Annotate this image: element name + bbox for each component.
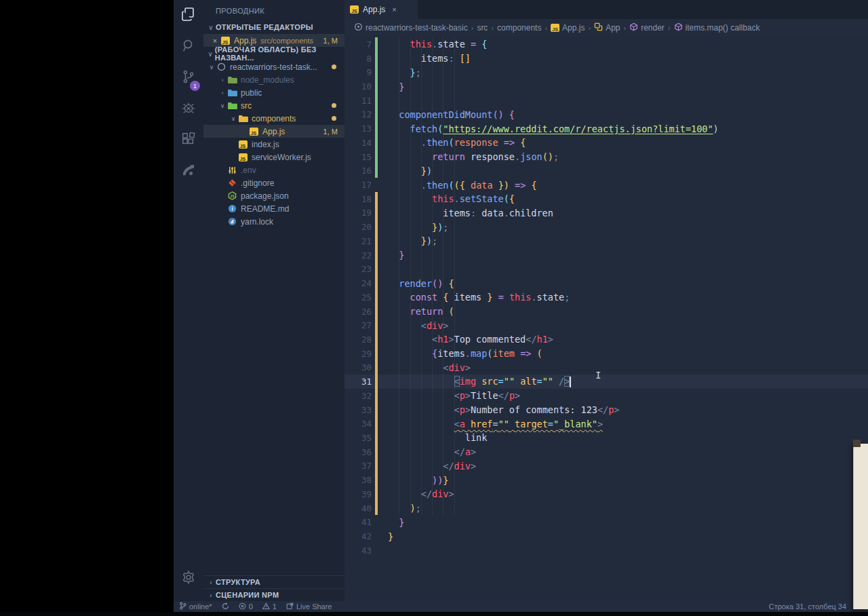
tree-item-serviceworker-js[interactable]: JSserviceWorker.js <box>203 151 344 163</box>
breadcrumb-label: reactwarriors-test-task-basic <box>366 23 468 33</box>
line-number: 7 <box>344 39 372 50</box>
code-line-26[interactable]: 26 return ( <box>344 305 868 319</box>
code-line-35[interactable]: 35 link <box>344 431 868 445</box>
line-number: 23 <box>344 264 372 274</box>
code-line-17[interactable]: 17 .then(({ data }) => { <box>344 178 868 192</box>
tree-item-package-json[interactable]: JSpackage.json <box>203 189 344 202</box>
statusbar-warning-icon[interactable]: 1 <box>262 602 277 611</box>
code-line-28[interactable]: 28 <h1>Top commented</h1> <box>344 332 868 347</box>
breadcrumb-item[interactable]: render <box>629 22 665 33</box>
activity-explorer-icon[interactable] <box>174 0 203 31</box>
code-line-39[interactable]: 39 </div> <box>344 487 868 501</box>
tab-appjs[interactable]: JS App.js × <box>344 0 418 19</box>
explorer-icon <box>180 6 197 25</box>
code-line-15[interactable]: 15 return response.json(); <box>344 150 868 164</box>
code-line-33[interactable]: 33 <p>Number of comments: 123</p> <box>344 403 868 417</box>
code-line-21[interactable]: 21 }); <box>344 234 868 248</box>
code-text: }); <box>378 222 448 233</box>
tree-item--gitignore[interactable]: .gitignore <box>203 176 344 189</box>
tree-item-yarn-lock[interactable]: yarn.lock <box>203 215 344 228</box>
code-line-40[interactable]: 40 ); <box>344 501 868 516</box>
breadcrumb-item[interactable]: components <box>497 23 541 33</box>
statusbar-branch-icon[interactable]: online* <box>179 602 212 611</box>
git-icon <box>226 178 237 188</box>
code-line-18[interactable]: 18 this.setState({ <box>344 192 868 206</box>
extensions-icon <box>181 132 196 149</box>
open-editors-header[interactable]: ∨ ОТКРЫТЫЕ РЕДАКТОРЫ <box>203 20 344 34</box>
activity-debug-icon[interactable] <box>174 94 203 125</box>
close-icon[interactable]: × <box>392 5 396 14</box>
statusbar-error-icon[interactable]: 0 <box>239 602 253 611</box>
code-line-22[interactable]: 22 } <box>344 248 868 263</box>
code-line-30[interactable]: 30 <div> <box>344 361 868 375</box>
code-text: } <box>378 81 404 92</box>
breadcrumb-item[interactable]: src <box>477 23 488 33</box>
tree-item-public[interactable]: ›public <box>203 86 344 99</box>
code-line-37[interactable]: 37 </div> <box>344 459 868 474</box>
manage-gear-button[interactable] <box>174 563 203 594</box>
code-line-29[interactable]: 29 {items.map(item => ( <box>344 347 868 361</box>
code-line-31[interactable]: 31 <img src="" alt="" /> <box>344 374 868 389</box>
code-line-36[interactable]: 36 </a> <box>344 445 868 459</box>
chevron-right-icon: › <box>206 579 216 586</box>
modified-dot <box>332 64 336 69</box>
code-line-34[interactable]: 34 <a href="" target="_blank"> <box>344 417 868 431</box>
sidebar-bottom-sections: ›СТРУКТУРА›СЦЕНАРИИ NPM <box>203 575 344 601</box>
statusbar-label: Live Share <box>296 602 332 611</box>
section-сценарии-npm[interactable]: ›СЦЕНАРИИ NPM <box>203 588 344 601</box>
breadcrumb-item[interactable]: App <box>594 22 620 33</box>
workspace-header[interactable]: ∨ (РАБОЧАЯ ОБЛАСТЬ) БЕЗ НАЗВАН... <box>203 47 344 60</box>
tree-item-readme-md[interactable]: iREADME.md <box>203 202 344 215</box>
code-line-16[interactable]: 16 }) <box>344 163 868 178</box>
activity-search-icon[interactable] <box>174 31 203 62</box>
code-line-12[interactable]: 12 componentDidMount() { <box>344 108 868 122</box>
activity-extensions-icon[interactable] <box>174 125 203 156</box>
statusbar-live-share-icon[interactable]: Live Share <box>286 602 332 611</box>
js-file-icon: JS <box>237 140 248 149</box>
code-line-8[interactable]: 8 items: [] <box>344 52 868 66</box>
code-line-23[interactable]: 23 <box>344 263 868 277</box>
activity-source-control-icon[interactable]: 1 <box>174 62 203 94</box>
code-line-24[interactable]: 24 render() { <box>344 276 868 290</box>
code-line-25[interactable]: 25 const { items } = this.state; <box>344 290 868 305</box>
tree-item-node-modules[interactable]: ›node_modules <box>203 73 344 86</box>
tree-item-app-js[interactable]: JSApp.js1, M <box>203 125 344 138</box>
line-number: 24 <box>344 278 372 288</box>
branch-icon <box>179 602 186 611</box>
code-line-42[interactable]: 42} <box>344 529 868 543</box>
statusbar-sync-icon[interactable] <box>222 602 229 611</box>
code-line-9[interactable]: 9 }; <box>344 65 868 79</box>
code-line-38[interactable]: 38 ))} <box>344 473 868 487</box>
code-line-10[interactable]: 10 } <box>344 79 868 94</box>
code-line-20[interactable]: 20 }); <box>344 220 868 234</box>
activity-project-icon[interactable] <box>174 156 203 187</box>
code-line-7[interactable]: 7 this.state = { <box>344 37 868 52</box>
error-icon <box>239 602 246 611</box>
code-line-13[interactable]: 13 fetch("https://www.reddit.com/r/react… <box>344 121 868 136</box>
editor-area: JS App.js × reactwarriors-test-task-basi… <box>344 0 868 612</box>
code-line-32[interactable]: 32 <p>Title</p> <box>344 389 868 403</box>
code-line-43[interactable]: 43 <box>344 543 868 558</box>
tree-item--env[interactable]: .env <box>203 163 344 176</box>
breadcrumb-item[interactable]: items.map() callback <box>674 22 760 33</box>
section-структура[interactable]: ›СТРУКТУРА <box>203 575 344 588</box>
breadcrumb-item[interactable]: JSApp.js <box>551 23 585 33</box>
tree-item-components[interactable]: ∨components <box>203 112 344 125</box>
tree-item-src[interactable]: ∨src <box>203 99 344 112</box>
tree-item-index-js[interactable]: JSindex.js <box>203 138 344 151</box>
file-label: .gitignore <box>241 178 274 188</box>
close-icon[interactable]: × <box>210 37 220 45</box>
root-circle-icon <box>216 62 226 72</box>
code-line-19[interactable]: 19 items: data.children <box>344 206 868 220</box>
tree-item-reactwarriors-test-task-[interactable]: ∨reactwarriors-test-task... <box>203 60 344 73</box>
code-line-41[interactable]: 41 } <box>344 515 868 529</box>
code-line-11[interactable]: 11 <box>344 94 868 108</box>
code-text: }) <box>378 166 432 176</box>
git-modified-gutter <box>375 263 378 277</box>
breadcrumb-item[interactable]: reactwarriors-test-task-basic <box>354 22 468 33</box>
indent-guide <box>432 37 433 515</box>
code-line-27[interactable]: 27 <div> <box>344 318 868 332</box>
statusbar-cursor-position[interactable]: Строка 31, столбец 34 <box>769 602 846 611</box>
code-line-14[interactable]: 14 .then(response => { <box>344 136 868 150</box>
code-editor[interactable]: 7 this.state = {8 items: []9 };10 }1112 … <box>344 37 868 558</box>
